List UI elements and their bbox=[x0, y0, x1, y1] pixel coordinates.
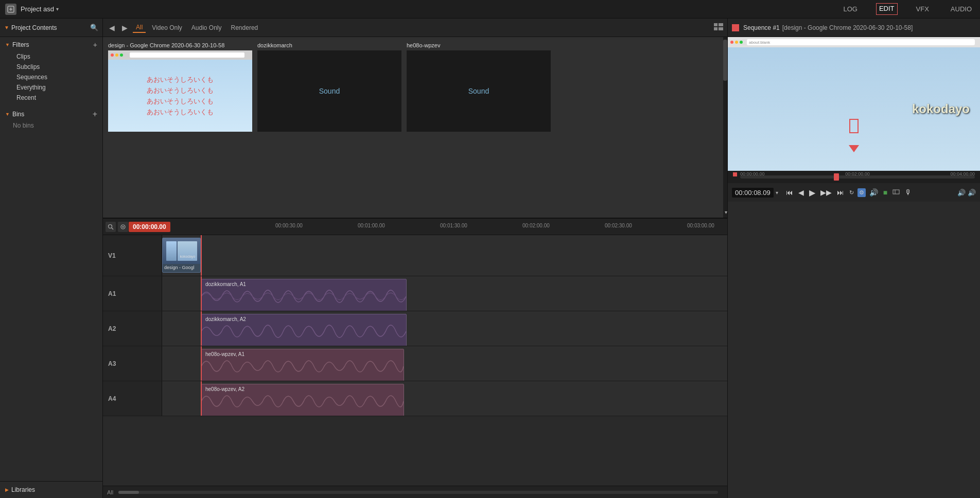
loop-btn[interactable]: ↻ bbox=[848, 188, 855, 197]
add-bin-btn[interactable]: + bbox=[93, 110, 97, 119]
nav-audio[interactable]: AUDIO bbox=[948, 3, 975, 15]
timecode-display[interactable]: 00:00:00.00 bbox=[129, 222, 170, 232]
project-dropdown-arrow[interactable]: ▾ bbox=[56, 6, 59, 12]
grid-view-btn[interactable] bbox=[714, 23, 723, 32]
filter-recent[interactable]: Recent bbox=[11, 93, 102, 103]
media-item-2[interactable]: he08o-wpzev Sound bbox=[407, 42, 551, 132]
tab-rendered[interactable]: Rendered bbox=[228, 23, 261, 32]
vol-left-icon[interactable]: 🔊 bbox=[957, 189, 966, 197]
ruler-mark-5: 00:02:30.00 bbox=[605, 223, 632, 228]
nav-forward-btn[interactable]: ▶ bbox=[120, 23, 130, 33]
track-name-a4: A4 bbox=[108, 395, 116, 402]
prev-frame-btn[interactable]: ◀ bbox=[797, 187, 806, 198]
right-panel: Sequence #1 [design - Google Chrome 2020… bbox=[728, 19, 980, 498]
ptt-mark-2: 00:04:00.00 bbox=[950, 171, 975, 176]
timeline-scroll-thumb[interactable] bbox=[118, 491, 139, 494]
svg-rect-3 bbox=[714, 27, 717, 30]
track-name-a3: A3 bbox=[108, 360, 116, 367]
zoom-tool-btn[interactable] bbox=[106, 222, 116, 232]
timeline-playhead bbox=[201, 235, 202, 276]
timeline-ruler: 00:00:00.00 00:00:30.00 00:01:00.00 00:0… bbox=[103, 219, 727, 235]
tab-video-only[interactable]: Video Only bbox=[149, 23, 185, 32]
filter-everything[interactable]: Everything bbox=[11, 82, 102, 93]
media-thumb-1[interactable]: Sound bbox=[257, 50, 401, 132]
track-name-a1: A1 bbox=[108, 290, 116, 297]
libraries-header[interactable]: ▶ Libraries bbox=[0, 484, 102, 496]
tab-all[interactable]: All bbox=[133, 23, 146, 33]
v1-clip[interactable]: kokodayo design - Googl bbox=[162, 238, 201, 273]
filter-sequences[interactable]: Sequences bbox=[11, 72, 102, 82]
svg-point-5 bbox=[109, 224, 112, 228]
filters-triangle: ▼ bbox=[5, 42, 10, 47]
track-label-a1: A1 bbox=[103, 276, 162, 311]
mic-btn[interactable]: 🎙 bbox=[903, 187, 914, 198]
sound-label-1: Sound bbox=[319, 87, 340, 95]
next-frame-btn[interactable]: ▶▶ bbox=[819, 187, 833, 198]
filters-header[interactable]: ▼ Filters + bbox=[0, 39, 102, 50]
track-a4: A4 he08o-wpzev, A2 bbox=[103, 381, 727, 416]
nav-vfx[interactable]: VFX bbox=[913, 3, 932, 15]
scroll-down-btn[interactable]: ▾ bbox=[725, 209, 727, 215]
filter-clips[interactable]: Clips bbox=[11, 51, 102, 62]
browser-url: about:blank bbox=[747, 39, 975, 45]
center-panel: ◀ ▶ All Video Only Audio Only Rendered d… bbox=[103, 19, 728, 498]
a4-clip[interactable]: he08o-wpzev, A2 bbox=[201, 384, 404, 416]
nav-back-btn[interactable]: ◀ bbox=[107, 23, 117, 33]
filters-label: Filters bbox=[12, 41, 29, 48]
track-name-v1: V1 bbox=[108, 252, 116, 259]
ruler-mark-1: 00:00:30.00 bbox=[275, 223, 303, 228]
bins-section: ▼ Bins + No bins bbox=[0, 106, 102, 133]
media-item-1[interactable]: dozikkomarch Sound bbox=[257, 42, 401, 132]
preview-extra-space bbox=[728, 202, 980, 498]
bins-header[interactable]: ▼ Bins + bbox=[0, 108, 102, 120]
preview-time-track: 00:00:00.00 00:02:00.00 00:04:00.00 bbox=[728, 171, 980, 183]
media-scroll-thumb[interactable] bbox=[723, 40, 727, 81]
vol-right-icon[interactable]: 🔊 bbox=[968, 189, 976, 197]
audio-track-btn[interactable]: 🔊 bbox=[868, 187, 880, 198]
add-filter-btn[interactable]: + bbox=[93, 41, 97, 49]
media-thumb-0[interactable]: あおいそうしろいくも あおいそうしろいくも あおいそうしろいくも あおいそうしろ… bbox=[108, 50, 252, 132]
bins-triangle: ▼ bbox=[5, 112, 10, 117]
go-to-end-btn[interactable]: ⏭ bbox=[835, 187, 846, 198]
track-a2: A2 dozikkomarch, A2 bbox=[103, 311, 727, 346]
project-contents-title: Project Contents bbox=[11, 24, 90, 31]
media-thumb-2[interactable]: Sound bbox=[407, 50, 551, 132]
a2-clip[interactable]: dozikkomarch, A2 bbox=[201, 314, 407, 346]
a1-clip[interactable]: dozikkomarch, A1 bbox=[201, 279, 407, 311]
media-scrollbar[interactable]: ▾ bbox=[723, 37, 727, 218]
sound-label-2: Sound bbox=[468, 87, 489, 95]
playback-controls: 00:00:08.09 ▾ ⏮ ◀ ▶ ▶▶ ⏭ ↻ ⚙ 🔊 ■ 🎙 🔊 🔊 bbox=[728, 183, 980, 202]
timecode-display-preview[interactable]: 00:00:08.09 bbox=[732, 188, 774, 198]
search-icon[interactable]: 🔍 bbox=[90, 24, 98, 31]
preview-marker-arrow bbox=[849, 145, 859, 152]
v1-clip-label: design - Googl bbox=[163, 264, 200, 271]
track-content-a1[interactable]: dozikkomarch, A1 bbox=[162, 276, 727, 311]
preview-red-dot bbox=[733, 172, 737, 176]
pan-tool-btn[interactable] bbox=[118, 222, 128, 232]
timecode-dropdown-arrow[interactable]: ▾ bbox=[776, 190, 778, 195]
go-to-start-btn[interactable]: ⏮ bbox=[784, 187, 795, 198]
color-btn[interactable]: ■ bbox=[882, 187, 889, 198]
fx-btn[interactable] bbox=[891, 187, 901, 198]
media-item-0[interactable]: design - Google Chrome 2020-06-30 20-10-… bbox=[108, 42, 252, 132]
browser-dot-yellow bbox=[735, 41, 738, 44]
track-content-v1[interactable]: kokodayo design - Googl bbox=[162, 235, 727, 276]
tab-audio-only[interactable]: Audio Only bbox=[188, 23, 225, 32]
ptt-mark-0: 00:00:00.00 bbox=[740, 171, 765, 176]
kokodayo-text: kokodayo bbox=[912, 102, 970, 116]
play-btn[interactable]: ▶ bbox=[808, 187, 817, 199]
a3-clip[interactable]: he08o-wpzev, A1 bbox=[201, 349, 404, 381]
nav-edit[interactable]: EDIT bbox=[876, 3, 898, 15]
track-content-a2[interactable]: dozikkomarch, A2 bbox=[162, 311, 727, 346]
timeline-scrollbar-track[interactable] bbox=[118, 491, 718, 494]
track-content-a4[interactable]: he08o-wpzev, A2 bbox=[162, 381, 727, 416]
nav-log[interactable]: LOG bbox=[840, 3, 860, 15]
preview-video: about:blank kokodayo bbox=[728, 37, 980, 171]
sync-btn[interactable]: ⚙ bbox=[857, 188, 866, 197]
track-label-a2: A2 bbox=[103, 311, 162, 346]
track-label-v1: V1 bbox=[103, 235, 162, 276]
preview-timeline-inner[interactable]: 00:00:00.00 00:02:00.00 00:04:00.00 bbox=[740, 175, 975, 179]
sequence-title: [design - Google Chrome 2020-06-30 20-10… bbox=[782, 24, 913, 31]
track-content-a3[interactable]: he08o-wpzev, A1 bbox=[162, 346, 727, 381]
filter-subclips[interactable]: Subclips bbox=[11, 62, 102, 72]
